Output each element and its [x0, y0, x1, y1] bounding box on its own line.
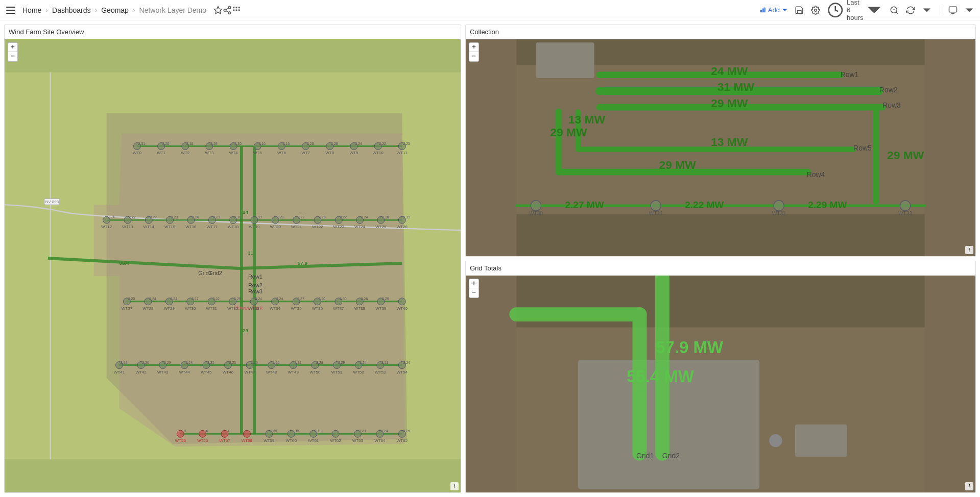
zoom-in-button[interactable]: + [469, 279, 479, 288]
panel-overview: Wind Farm Site Overview + − NV 893 [4, 24, 461, 493]
svg-text:2.24: 2.24 [255, 297, 262, 301]
svg-text:2.24: 2.24 [381, 429, 388, 433]
svg-text:2.22: 2.22 [121, 361, 128, 364]
svg-text:2.29: 2.29 [338, 361, 345, 364]
svg-point-217 [243, 430, 250, 437]
svg-text:WT53: WT53 [375, 370, 386, 375]
grid-label: Grid1 [636, 452, 654, 460]
apps-icon[interactable] [232, 6, 241, 15]
zoom-out-icon[interactable] [890, 6, 899, 15]
svg-text:WT7: WT7 [301, 151, 310, 155]
menu-icon[interactable] [6, 7, 15, 14]
svg-text:WT51: WT51 [331, 370, 343, 375]
svg-text:WT12: WT12 [101, 225, 112, 229]
svg-text:2.22: 2.22 [212, 297, 220, 301]
svg-text:2.23: 2.23 [213, 215, 220, 219]
svg-text:2.29: 2.29 [276, 215, 283, 219]
svg-text:WT19: WT19 [249, 225, 260, 229]
attribution-icon[interactable]: i [965, 482, 973, 490]
svg-point-214 [221, 430, 228, 437]
settings-icon[interactable] [811, 6, 820, 15]
svg-text:2.29: 2.29 [234, 297, 241, 301]
svg-text:2.15: 2.15 [292, 429, 299, 433]
svg-text:2.20: 2.20 [162, 142, 170, 145]
svg-text:2.19: 2.19 [315, 429, 322, 433]
chevron-down-icon[interactable] [965, 6, 974, 15]
svg-text:WT36: WT36 [312, 306, 323, 311]
svg-text:2.16: 2.16 [234, 215, 242, 219]
flow-label: 13 MW [568, 113, 606, 126]
map-grid-totals[interactable]: + − 57.9 MW55.4 MW Grid1Grid2 [466, 276, 975, 492]
zoom-out-button[interactable]: − [8, 52, 17, 61]
svg-text:WT46: WT46 [223, 370, 234, 375]
tv-icon[interactable] [948, 6, 958, 15]
time-range-picker[interactable]: Last 6 hours [827, 0, 882, 21]
panel-title: Grid Totals [466, 261, 975, 276]
svg-text:2.22: 2.22 [340, 215, 347, 219]
svg-text:2.24: 2.24 [185, 361, 193, 364]
svg-text:2.24: 2.24 [171, 297, 178, 301]
zoom-out-button[interactable]: − [469, 288, 479, 297]
svg-text:WT41: WT41 [114, 370, 125, 375]
breadcrumb-current: Network Layer Demo [139, 6, 207, 14]
svg-text:WT56: WT56 [197, 438, 208, 443]
svg-text:WT14: WT14 [144, 225, 155, 229]
share-icon[interactable] [223, 6, 232, 15]
svg-text:WT44: WT44 [179, 370, 190, 375]
attribution-icon[interactable]: i [450, 482, 459, 490]
breadcrumb: Home › Dashboards › Geomap › Network Lay… [22, 6, 206, 14]
breadcrumb-geomap[interactable]: Geomap [101, 6, 129, 14]
add-button[interactable]: Add [760, 6, 787, 14]
svg-text:2.29: 2.29 [403, 429, 410, 433]
refresh-icon[interactable] [906, 6, 915, 15]
svg-text:2.23: 2.23 [171, 215, 178, 219]
zoom-out-button[interactable]: − [469, 52, 479, 61]
svg-text:WT30: WT30 [185, 306, 196, 311]
svg-text:WT11: WT11 [397, 151, 408, 155]
refresh-dropdown-icon[interactable] [922, 6, 931, 15]
svg-text:WT28: WT28 [142, 306, 154, 311]
svg-rect-11 [762, 9, 763, 12]
svg-text:WT32: WT32 [772, 211, 786, 216]
svg-text:WT33: WT33 [249, 306, 260, 311]
svg-text:WT18: WT18 [228, 225, 239, 229]
svg-point-2 [224, 9, 226, 11]
svg-text:2.25: 2.25 [207, 361, 214, 364]
svg-rect-242 [536, 42, 594, 78]
zoom-in-button[interactable]: + [8, 43, 17, 52]
svg-point-257 [651, 201, 661, 211]
flow-label: 29 MW [659, 158, 696, 171]
svg-text:WT40: WT40 [397, 306, 408, 311]
star-icon[interactable] [213, 6, 223, 15]
map-overview[interactable]: + − NV 893 55.4 57.9 [5, 39, 461, 492]
svg-text:2.30: 2.30 [382, 215, 389, 219]
breadcrumb-home[interactable]: Home [22, 6, 41, 14]
svg-text:2.27: 2.27 [192, 297, 199, 301]
breadcrumb-dashboards[interactable]: Dashboards [52, 6, 91, 14]
svg-marker-0 [214, 6, 222, 13]
svg-text:2.28: 2.28 [307, 142, 314, 145]
save-icon[interactable] [795, 6, 804, 15]
svg-text:2.25: 2.25 [251, 361, 258, 364]
svg-text:2.30: 2.30 [340, 297, 347, 301]
svg-text:WT43: WT43 [157, 370, 169, 375]
attribution-icon[interactable]: i [965, 246, 973, 254]
svg-text:2.27: 2.27 [255, 215, 262, 219]
svg-text:Row1: Row1 [248, 274, 262, 280]
svg-text:2.20: 2.20 [128, 297, 135, 301]
svg-text:WT49: WT49 [288, 370, 299, 375]
svg-text:WT32: WT32 [227, 306, 238, 311]
svg-text:WT50: WT50 [309, 370, 321, 375]
svg-text:0: 0 [206, 429, 208, 433]
svg-text:WT38: WT38 [354, 306, 366, 311]
svg-text:WT13: WT13 [122, 225, 133, 229]
svg-text:WT59: WT59 [264, 438, 275, 443]
map-collection[interactable]: + − [466, 39, 975, 256]
svg-text:2.29: 2.29 [319, 215, 326, 219]
zoom-in-button[interactable]: + [469, 43, 479, 52]
svg-text:2.23: 2.23 [229, 361, 236, 364]
grid-label: Grid2 [662, 452, 680, 460]
svg-text:WT16: WT16 [185, 225, 197, 229]
svg-text:WT20: WT20 [270, 225, 281, 229]
row-label: Row1 [841, 70, 859, 79]
